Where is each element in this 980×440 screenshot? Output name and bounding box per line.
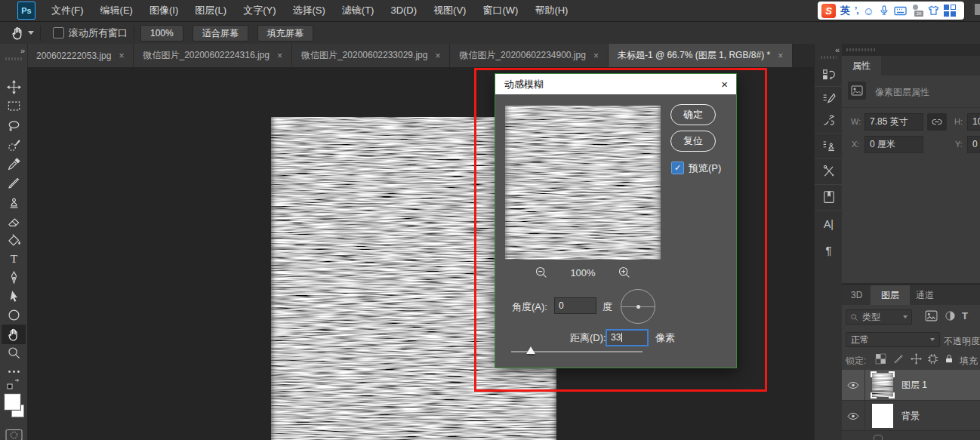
dock-collapse-icon[interactable]: «	[835, 45, 838, 54]
quick-selection-tool[interactable]	[5, 136, 23, 154]
layer-name[interactable]: 背景	[901, 410, 920, 423]
eyedropper-tool[interactable]	[5, 155, 23, 173]
brush-tool[interactable]	[5, 174, 23, 192]
tab-properties[interactable]: 属性	[842, 56, 881, 75]
marquee-tool[interactable]	[5, 97, 23, 115]
path-select-tool[interactable]	[5, 287, 23, 305]
menu-help[interactable]: 帮助(H)	[526, 0, 576, 21]
distance-slider-thumb[interactable]	[526, 346, 535, 354]
tab-document-4[interactable]: 微信图片_20200602234900.jpg ×	[450, 44, 608, 67]
ime-menu-grid-icon[interactable]	[944, 5, 956, 17]
width-field[interactable]: 7.85 英寸	[864, 113, 923, 131]
move-tool[interactable]	[5, 78, 23, 96]
menu-layer[interactable]: 图层(L)	[186, 0, 235, 21]
blend-mode-dropdown[interactable]: 正常	[846, 332, 940, 347]
distance-input[interactable]: 33	[606, 329, 649, 346]
height-field[interactable]: 10.1 英寸	[967, 113, 980, 131]
tab-document-1[interactable]: 200602222053.jpg ×	[27, 44, 134, 67]
menu-image[interactable]: 图像(I)	[141, 0, 186, 21]
ime-punctuation-icon[interactable]: ’,	[855, 5, 858, 16]
layer-row-background[interactable]: 背景	[842, 401, 980, 432]
close-tab-icon[interactable]: ×	[778, 51, 783, 61]
menu-edit[interactable]: 编辑(E)	[92, 0, 141, 21]
swap-colors-icon[interactable]	[5, 377, 23, 391]
clone-source-panel-icon[interactable]	[821, 137, 837, 154]
filter-image-icon[interactable]	[925, 310, 938, 322]
eraser-tool[interactable]	[5, 211, 23, 229]
ime-emoji-icon[interactable]: ☺	[863, 5, 874, 17]
tab-document-active[interactable]: 未标题-1 @ 66.7% (图层 1, RGB/8#) * ×	[609, 44, 793, 67]
quick-mask-icon[interactable]	[5, 426, 23, 440]
filter-type-icon[interactable]: T	[962, 310, 968, 322]
pen-tool[interactable]	[5, 268, 23, 286]
dialog-title-bar[interactable]: 动感模糊 ×	[495, 74, 736, 94]
tab-3d[interactable]: 3D	[851, 285, 862, 305]
layer-filter-dropdown[interactable]: 类型	[846, 309, 912, 325]
visibility-eye-icon[interactable]	[842, 401, 865, 431]
hand-tool-preset[interactable]	[11, 26, 34, 41]
fill-screen-button[interactable]: 填充屏幕	[257, 25, 313, 42]
ime-mic-icon[interactable]	[879, 5, 889, 17]
sogou-logo-icon[interactable]: S	[821, 4, 836, 18]
tab-layers[interactable]: 图层	[871, 285, 910, 305]
panel-drag-strip[interactable]	[842, 44, 980, 56]
ime-skin-icon[interactable]	[928, 5, 939, 16]
zoom-100-button[interactable]: 100%	[140, 25, 183, 42]
ok-button[interactable]: 确定	[670, 104, 716, 125]
type-tool[interactable]: T	[5, 249, 23, 267]
y-field[interactable]: 0 厘米	[967, 136, 980, 153]
ime-signin-icon[interactable]: 20	[911, 5, 923, 17]
character-panel-icon[interactable]: A|	[821, 216, 837, 232]
paragraph-panel-icon[interactable]: ¶	[821, 242, 837, 258]
link-layers-icon[interactable]	[874, 435, 883, 440]
canvas-area[interactable]: 动感模糊 × 确定 复位 ✓ 预览(P) 100% 角度(A): 0 度 距离(…	[27, 67, 814, 440]
blur-preview-image[interactable]	[505, 106, 661, 260]
menu-filter[interactable]: 滤镜(T)	[334, 0, 383, 21]
menu-type[interactable]: 文字(Y)	[235, 0, 284, 21]
zoom-tool[interactable]	[5, 343, 23, 362]
dialog-close-icon[interactable]: ×	[721, 78, 728, 91]
tab-document-3[interactable]: 微信图片_20200602233029.jpg ×	[292, 44, 450, 67]
menu-view[interactable]: 视图(V)	[425, 0, 474, 21]
tool-presets-panel-icon[interactable]	[821, 163, 837, 180]
fit-screen-button[interactable]: 适合屏幕	[193, 25, 248, 42]
angle-input[interactable]: 0	[554, 297, 596, 314]
toolbar-expand-icon[interactable]: »	[20, 46, 23, 55]
menu-select[interactable]: 选择(S)	[284, 0, 333, 21]
libraries-panel-icon[interactable]	[821, 189, 837, 205]
preview-checkbox[interactable]: ✓	[671, 162, 684, 174]
ime-keyboard-icon[interactable]	[894, 6, 907, 16]
lasso-tool[interactable]	[5, 116, 23, 134]
dock-grip[interactable]	[821, 56, 837, 59]
close-tab-icon[interactable]: ×	[277, 51, 282, 61]
link-dimensions-icon[interactable]	[927, 113, 947, 131]
visibility-eye-icon[interactable]	[842, 370, 865, 400]
zoom-in-icon[interactable]	[618, 266, 631, 279]
tab-channels[interactable]: 通道	[916, 285, 934, 305]
angle-dial[interactable]	[621, 289, 655, 324]
zoom-out-icon[interactable]	[535, 266, 548, 279]
tab-document-2[interactable]: 微信图片_20200602224316.jpg ×	[134, 44, 291, 67]
toolbar-grip[interactable]	[5, 57, 22, 60]
history-panel-icon[interactable]	[821, 66, 837, 83]
close-tab-icon[interactable]: ×	[593, 51, 599, 61]
foreground-color-swatch[interactable]	[5, 394, 20, 410]
layer-row-selected[interactable]: 图层 1	[842, 370, 980, 401]
menu-file[interactable]: 文件(F)	[43, 0, 92, 21]
filter-adjustment-icon[interactable]	[945, 310, 956, 322]
layer-thumbnail[interactable]	[871, 403, 894, 429]
lock-position-icon[interactable]	[911, 353, 922, 365]
layer-thumbnail[interactable]	[871, 372, 894, 398]
lock-artboard-icon[interactable]	[927, 353, 938, 365]
clone-stamp-tool[interactable]	[5, 192, 23, 211]
layer-name[interactable]: 图层 1	[901, 379, 927, 392]
lock-pixels-icon[interactable]	[893, 353, 904, 365]
brush-settings-panel-icon[interactable]	[821, 91, 837, 107]
reset-button[interactable]: 复位	[670, 131, 716, 152]
menu-3d[interactable]: 3D(D)	[382, 0, 425, 21]
x-field[interactable]: 0 厘米	[864, 136, 923, 153]
close-tab-icon[interactable]: ×	[119, 51, 124, 61]
hand-tool-selected[interactable]	[2, 325, 26, 344]
paint-bucket-tool[interactable]	[5, 230, 23, 248]
ellipse-tool[interactable]	[5, 306, 23, 324]
